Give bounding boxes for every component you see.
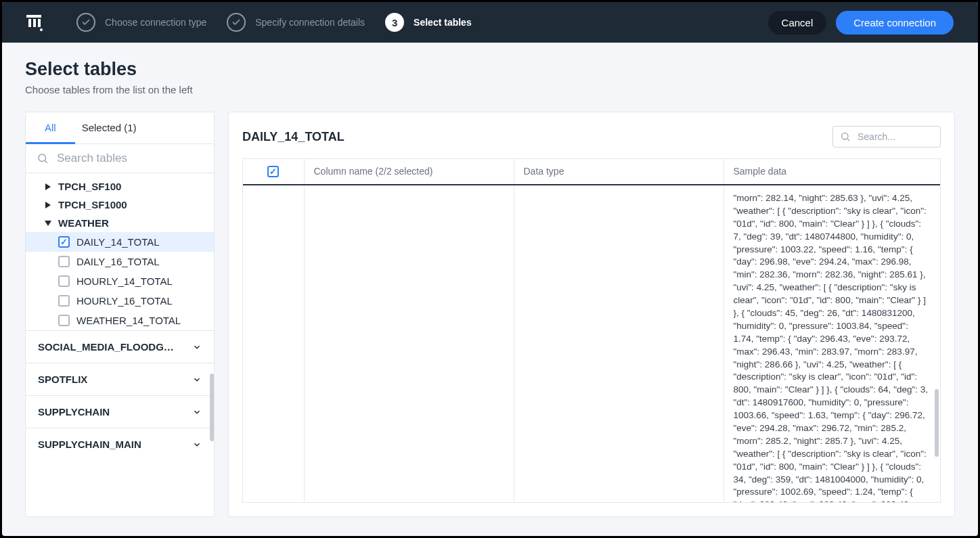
tree-node[interactable]: TPCH_SF100 [26, 177, 214, 196]
scrollbar-thumb[interactable] [210, 374, 214, 441]
tables-tree[interactable]: TPCH_SF100TPCH_SF1000WEATHERDAILY_14_TOT… [26, 173, 214, 516]
svg-marker-2 [45, 183, 51, 190]
tree-group[interactable]: SOCIAL_MEDIA_FLOODG… [26, 330, 214, 363]
page-header: Select tables Choose tables from the lis… [2, 43, 978, 102]
checkbox-icon[interactable] [58, 315, 70, 326]
app-logo [26, 15, 41, 30]
header-select-all[interactable] [243, 159, 304, 185]
checkbox-icon[interactable] [267, 166, 279, 177]
row-checkbox-cell[interactable] [243, 185, 304, 503]
search-icon [840, 131, 851, 142]
table-detail-panel: DAILY_14_TOTAL Column name (2/2 selected… [228, 112, 955, 517]
tree-group-label: SOCIAL_MEDIA_FLOODG… [38, 341, 174, 353]
chevron-down-icon [192, 440, 202, 449]
step-number-badge: 3 [385, 13, 404, 32]
check-icon [76, 13, 95, 32]
svg-line-1 [45, 160, 47, 162]
svg-point-5 [842, 133, 848, 139]
tree-leaf-label: DAILY_14_TOTAL [76, 236, 160, 248]
table-row: "morn": 282.14, "night": 285.63 }, "uvi"… [243, 185, 940, 503]
columns-table: Column name (2/2 selected) Data type Sam… [242, 158, 941, 503]
caret-down-icon [45, 221, 51, 226]
page-subtitle: Choose tables from the list on the left [25, 84, 955, 95]
page-title: Select tables [25, 59, 955, 80]
header-data-type: Data type [514, 159, 723, 185]
row-column-name [304, 185, 514, 503]
wizard-steps: Choose connection type Specify connectio… [76, 13, 768, 32]
step-2-label: Specify connection details [255, 17, 365, 28]
tables-search-input[interactable] [55, 151, 203, 166]
tree-group-label: SPOTFLIX [38, 374, 87, 385]
header-column-name: Column name (2/2 selected) [304, 159, 514, 185]
chevron-down-icon [192, 407, 202, 417]
create-connection-button[interactable]: Create connection [836, 11, 954, 35]
step-3-label: Select tables [414, 17, 472, 28]
tab-selected[interactable]: Selected (1) [75, 112, 143, 143]
checkbox-icon[interactable] [58, 275, 70, 287]
tab-all[interactable]: All [26, 112, 75, 144]
tree-group[interactable]: SPOTFLIX [26, 363, 214, 395]
tree-leaf[interactable]: DAILY_16_TOTAL [26, 252, 214, 271]
tree-node-label: TPCH_SF100 [58, 181, 121, 192]
row-sample-data: "morn": 282.14, "night": 285.63 }, "uvi"… [723, 185, 940, 503]
tree-leaf[interactable]: WEATHER_14_TOTAL [26, 311, 214, 330]
caret-right-icon [45, 183, 51, 190]
tree-leaf[interactable]: HOURLY_16_TOTAL [26, 291, 214, 311]
tree-leaf-label: HOURLY_14_TOTAL [76, 275, 173, 287]
tree-leaf-label: WEATHER_14_TOTAL [76, 315, 181, 326]
svg-line-6 [847, 139, 849, 141]
tree-node-label: WEATHER [58, 217, 109, 229]
tables-search[interactable] [26, 144, 214, 173]
topbar: Choose connection type Specify connectio… [2, 2, 978, 43]
tree-node-label: TPCH_SF1000 [58, 199, 127, 210]
tree-group-label: SUPPLYCHAIN_MAIN [38, 439, 141, 450]
columns-search-input[interactable] [856, 131, 933, 143]
columns-search[interactable] [832, 126, 941, 148]
tree-leaf[interactable]: DAILY_14_TOTAL [26, 232, 214, 252]
tree-node[interactable]: TPCH_SF1000 [26, 196, 214, 214]
caret-right-icon [45, 202, 51, 208]
tree-group[interactable]: SUPPLYCHAIN [26, 395, 214, 428]
svg-marker-3 [45, 202, 51, 208]
svg-point-0 [39, 154, 46, 162]
step-3: 3 Select tables [385, 13, 472, 32]
checkbox-icon[interactable] [58, 295, 70, 307]
chevron-down-icon [192, 375, 202, 384]
checkbox-icon[interactable] [58, 236, 70, 248]
tree-leaf[interactable]: HOURLY_14_TOTAL [26, 271, 214, 291]
row-data-type [514, 185, 723, 503]
checkbox-icon[interactable] [58, 256, 70, 267]
step-1: Choose connection type [76, 13, 206, 32]
svg-marker-4 [45, 221, 51, 226]
tables-tabs: All Selected (1) [26, 112, 214, 144]
detail-title: DAILY_14_TOTAL [242, 130, 344, 144]
check-icon [227, 13, 246, 32]
scrollbar-thumb[interactable] [935, 389, 939, 457]
step-2: Specify connection details [227, 13, 365, 32]
tree-group[interactable]: SUPPLYCHAIN_MAIN [26, 428, 214, 460]
tree-leaf-label: DAILY_16_TOTAL [76, 256, 160, 267]
tree-leaf-label: HOURLY_16_TOTAL [76, 295, 173, 307]
tree-node[interactable]: WEATHER [26, 214, 214, 232]
cancel-button[interactable]: Cancel [768, 11, 827, 35]
tables-panel: All Selected (1) TPCH_SF100TPCH_SF1000WE… [25, 112, 215, 517]
tree-group-label: SUPPLYCHAIN [38, 406, 110, 418]
chevron-down-icon [192, 342, 202, 352]
header-sample-data: Sample data [723, 159, 940, 185]
search-icon [37, 152, 49, 164]
step-1-label: Choose connection type [105, 17, 206, 28]
